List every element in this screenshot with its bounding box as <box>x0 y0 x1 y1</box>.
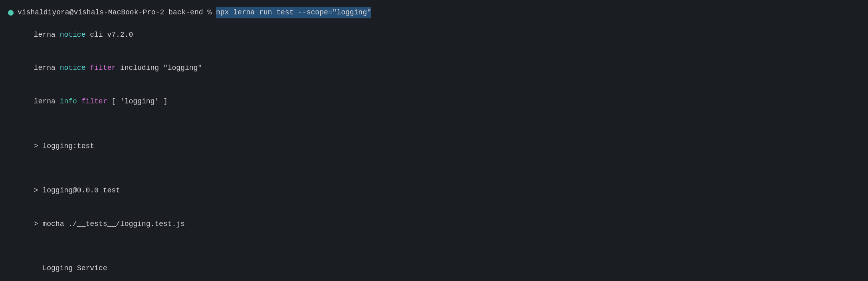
empty-line-1 <box>8 119 860 130</box>
mocha-command-line: > mocha ./__tests__/logging.test.js <box>8 208 860 241</box>
terminal-window: vishaldiyora@vishals-MacBook-Pro-2 back-… <box>0 0 868 281</box>
lerna-notice-filter-line: lerna notice filter including "logging" <box>8 52 860 85</box>
command-text: npx lerna run test --scope="logging" <box>216 7 371 18</box>
terminal-output: vishaldiyora@vishals-MacBook-Pro-2 back-… <box>0 4 868 281</box>
prompt-line: vishaldiyora@vishals-MacBook-Pro-2 back-… <box>8 7 860 18</box>
lerna-info-filter-line: lerna info filter [ 'logging' ] <box>8 85 860 119</box>
prompt-user: vishaldiyora@vishals-MacBook-Pro-2 <box>18 7 164 18</box>
empty-line-2 <box>8 163 860 174</box>
prompt-char: % <box>203 7 216 18</box>
prompt-separator <box>164 7 168 18</box>
logging-service-line: Logging Service <box>8 252 860 281</box>
empty-line-3 <box>8 241 860 252</box>
logging-test-line: > logging:test <box>8 130 860 163</box>
prompt-cwd: back-end <box>168 7 203 18</box>
logging-version-line: > logging@0.0.0 test <box>8 174 860 208</box>
prompt-dot-icon <box>8 10 14 16</box>
lerna-notice-cli-line: lerna notice cli v7.2.0 <box>8 18 860 52</box>
